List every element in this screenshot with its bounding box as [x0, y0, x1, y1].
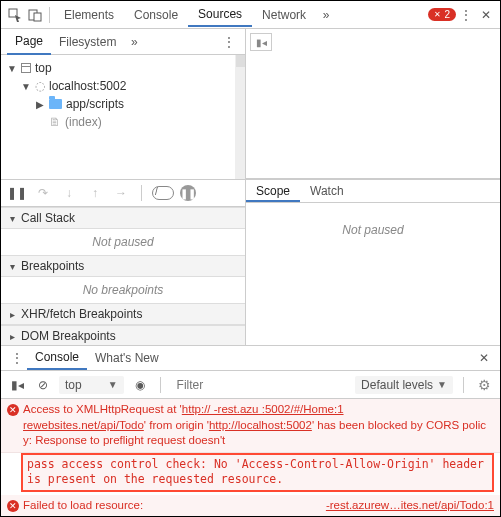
scrollbar[interactable]	[235, 55, 245, 179]
console-filter-input[interactable]	[171, 376, 349, 394]
debugger-controls: ❚❚ ↷ ↓ ↑ → ❚❚	[1, 179, 245, 207]
console-settings-icon[interactable]: ⚙	[474, 375, 494, 395]
chevron-right-icon[interactable]: ▶	[35, 99, 45, 110]
error-icon: ✕	[7, 404, 19, 416]
tab-elements[interactable]: Elements	[54, 4, 124, 26]
console-error-row[interactable]: ✕ Access to XMLHttpRequest at 'http:// -…	[1, 399, 500, 453]
inspect-element-icon[interactable]	[5, 5, 25, 25]
navigator-tab-page[interactable]: Page	[7, 29, 51, 55]
debugger-sidebar: ▾Call Stack Not paused ▾Breakpoints No b…	[1, 207, 246, 345]
chevron-down-icon[interactable]: ▾	[7, 213, 17, 224]
chevron-down-icon: ▼	[108, 379, 118, 390]
step-icon: →	[111, 183, 131, 203]
drawer-tab-console[interactable]: Console	[27, 346, 87, 370]
step-over-icon: ↷	[33, 183, 53, 203]
context-label: top	[65, 378, 82, 392]
breakpoints-title: Breakpoints	[21, 259, 84, 273]
levels-label: Default levels	[361, 378, 433, 392]
xhr-breakpoints-title: XHR/fetch Breakpoints	[21, 307, 142, 321]
tree-folder-label: app/scripts	[66, 97, 124, 111]
file-tree[interactable]: ▼top ▼◌localhost:5002 ▶app/scripts 🗎(ind…	[1, 55, 245, 179]
devtools-toolbar: Elements Console Sources Network » 2 ⋮ ✕	[1, 1, 500, 29]
chevron-right-icon[interactable]: ▸	[7, 309, 17, 320]
drawer-tab-whatsnew[interactable]: What's New	[87, 347, 167, 369]
call-stack-title: Call Stack	[21, 211, 75, 225]
tab-scope[interactable]: Scope	[246, 180, 300, 202]
log-level-selector[interactable]: Default levels▼	[355, 376, 453, 394]
context-selector[interactable]: top▼	[59, 376, 124, 394]
device-toggle-icon[interactable]	[25, 5, 45, 25]
error-icon: ✕	[7, 500, 19, 512]
tree-host-label: localhost:5002	[49, 79, 126, 93]
console-messages: ✕ Access to XMLHttpRequest at 'http:// -…	[1, 399, 500, 517]
editor-empty: ▮◂	[246, 29, 500, 179]
close-devtools-icon[interactable]: ✕	[476, 5, 496, 25]
tab-network[interactable]: Network	[252, 4, 316, 26]
scope-body: Not paused	[246, 207, 500, 345]
console-toolbar: ▮◂ ⊘ top▼ ◉ Default levels▼ ⚙	[1, 371, 500, 399]
tree-top-label: top	[35, 61, 52, 75]
settings-menu-icon[interactable]: ⋮	[456, 5, 476, 25]
tree-file-label: (index)	[65, 115, 102, 129]
chevron-down-icon: ▼	[437, 379, 447, 390]
file-icon: 🗎	[49, 115, 61, 129]
drawer-menu-icon[interactable]: ⋮	[7, 348, 27, 368]
console-sidebar-toggle-icon[interactable]: ▮◂	[7, 375, 27, 395]
drawer-close-icon[interactable]: ✕	[474, 348, 494, 368]
navigator-overflow-icon[interactable]: »	[124, 32, 144, 52]
tabs-overflow-icon[interactable]: »	[316, 5, 336, 25]
live-expression-icon[interactable]: ◉	[130, 375, 150, 395]
drawer-toggle-icon[interactable]: ▮◂	[250, 33, 272, 51]
sources-panel: Page Filesystem » ⋮ ▼top ▼◌localhost:500…	[1, 29, 500, 179]
chevron-down-icon[interactable]: ▼	[21, 81, 31, 92]
chevron-right-icon[interactable]: ▸	[7, 331, 17, 342]
drawer-header: ⋮ Console What's New ✕	[1, 345, 500, 371]
cloud-icon: ◌	[35, 79, 45, 93]
frame-icon	[21, 63, 31, 73]
navigator-more-icon[interactable]: ⋮	[219, 32, 239, 52]
navigator-tab-filesystem[interactable]: Filesystem	[51, 30, 124, 54]
svg-rect-2	[34, 13, 41, 21]
step-out-icon: ↑	[85, 183, 105, 203]
tab-watch[interactable]: Watch	[300, 180, 354, 202]
tab-sources[interactable]: Sources	[188, 3, 252, 27]
navigator-tabs: Page Filesystem » ⋮	[1, 29, 245, 55]
call-stack-body: Not paused	[1, 229, 245, 255]
error-count-badge[interactable]: 2	[428, 8, 456, 21]
deactivate-breakpoints-icon[interactable]	[152, 186, 174, 200]
clear-console-icon[interactable]: ⊘	[33, 375, 53, 395]
breakpoints-body: No breakpoints	[1, 277, 245, 303]
chevron-down-icon[interactable]: ▾	[7, 261, 17, 272]
chevron-down-icon[interactable]: ▼	[7, 63, 17, 74]
tab-console[interactable]: Console	[124, 4, 188, 26]
folder-icon	[49, 99, 62, 109]
step-into-icon: ↓	[59, 183, 79, 203]
highlighted-error-text: pass access control check: No 'Access-Co…	[21, 453, 494, 492]
pause-icon[interactable]: ❚❚	[7, 183, 27, 203]
scope-watch-tabs: Scope Watch	[246, 179, 500, 203]
console-error-row[interactable]: ✕ Failed to load resource: -rest.azurew……	[1, 495, 500, 517]
pause-on-exceptions-icon[interactable]: ❚❚	[180, 185, 196, 201]
dom-breakpoints-title: DOM Breakpoints	[21, 329, 116, 343]
